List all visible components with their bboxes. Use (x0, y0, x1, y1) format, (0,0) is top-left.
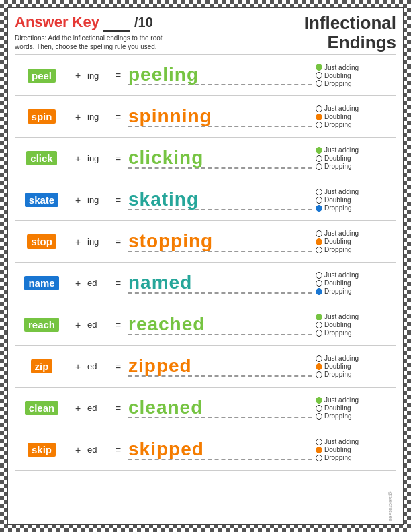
option-item-just_adding: Just adding (316, 230, 396, 237)
option-item-dropping: Dropping (316, 371, 396, 378)
answer-word: skipped (128, 440, 312, 460)
radio-circle (316, 397, 322, 404)
options-cell: Just addingDoublingDropping (316, 271, 396, 295)
table-row: spin+ing=spinningJust addingDoublingDrop… (15, 96, 396, 138)
suffix-cell: ed (87, 445, 111, 455)
radio-circle (316, 405, 322, 412)
equals-symbol: = (111, 70, 126, 81)
root-word-cell: zip (15, 359, 68, 373)
option-label: Doubling (324, 363, 351, 370)
radio-circle (316, 64, 322, 71)
option-label: Dropping (324, 454, 352, 461)
option-label: Just adding (324, 230, 359, 237)
option-item-dropping: Dropping (316, 454, 396, 461)
answer-cell: peeling (126, 65, 316, 85)
answer-cell: spinning (126, 107, 316, 127)
radio-circle (316, 322, 322, 328)
answer-word: clicking (128, 148, 312, 169)
header-right: Inflectional Endings (304, 13, 396, 52)
root-word-cell: reach (15, 318, 68, 332)
root-word-badge: skip (28, 443, 56, 457)
answer-word: skating (128, 190, 312, 210)
option-label: Dropping (324, 80, 352, 87)
table-row: click+ing=clickingJust addingDoublingDro… (15, 138, 396, 179)
header: Answer Key /10 Directions: Add the infle… (15, 13, 396, 52)
option-label: Dropping (324, 412, 352, 420)
radio-circle (316, 363, 322, 370)
option-label: Doubling (324, 446, 351, 453)
radio-circle (316, 189, 322, 195)
answer-word: stopping (128, 232, 312, 252)
answer-cell: named (126, 273, 316, 294)
plus-symbol: + (68, 278, 87, 289)
answer-cell: clicking (126, 148, 316, 169)
option-label: Doubling (324, 238, 351, 245)
root-word-badge: peel (28, 69, 56, 83)
root-word-badge: spin (28, 109, 56, 124)
suffix-cell: ing (87, 112, 111, 122)
suffix-cell: ing (87, 71, 111, 81)
answer-word: zipped (128, 357, 312, 377)
table-row: zip+ed=zippedJust addingDoublingDropping (15, 346, 396, 388)
options-cell: Just addingDoublingDropping (316, 64, 396, 87)
root-word-cell: name (15, 276, 68, 290)
radio-circle (316, 455, 322, 461)
suffix-cell: ing (87, 153, 111, 163)
options-cell: Just addingDoublingDropping (316, 396, 396, 420)
answer-cell: reached (126, 315, 316, 335)
option-item-doubling: Doubling (316, 279, 396, 287)
radio-circle (316, 272, 322, 279)
option-item-dropping: Dropping (316, 121, 396, 128)
table-row: skate+ing=skatingJust addingDoublingDrop… (15, 179, 396, 221)
plus-symbol: + (68, 361, 87, 372)
plus-symbol: + (68, 70, 87, 81)
option-item-doubling: Doubling (316, 446, 396, 453)
suffix-cell: ed (87, 278, 111, 288)
radio-circle (316, 114, 322, 120)
root-word-cell: skate (15, 193, 68, 207)
option-label: Doubling (324, 72, 351, 79)
radio-circle (316, 147, 322, 154)
watermark: @SecretBee (387, 491, 394, 521)
options-cell: Just addingDoublingDropping (316, 146, 396, 170)
options-cell: Just addingDoublingDropping (316, 105, 396, 128)
root-word-cell: skip (15, 443, 68, 457)
option-item-just_adding: Just adding (316, 146, 396, 154)
radio-circle (316, 413, 322, 420)
equals-symbol: = (111, 112, 126, 122)
option-item-doubling: Doubling (316, 196, 396, 204)
option-item-dropping: Dropping (316, 412, 396, 420)
suffix-cell: ing (87, 236, 111, 247)
inflectional-title: Inflectional Endings (304, 13, 396, 52)
option-label: Dropping (324, 204, 352, 212)
answer-cell: skipped (126, 440, 316, 460)
root-word-badge: click (26, 151, 56, 165)
option-item-just_adding: Just adding (316, 271, 396, 279)
option-item-doubling: Doubling (316, 363, 396, 370)
option-item-doubling: Doubling (316, 72, 396, 79)
option-item-doubling: Doubling (316, 404, 396, 412)
plus-symbol: + (68, 112, 87, 122)
answer-word: reached (128, 315, 312, 335)
option-label: Doubling (324, 404, 351, 412)
radio-circle (316, 314, 322, 320)
root-word-cell: click (15, 151, 68, 165)
option-label: Dropping (324, 371, 352, 378)
page-wrapper: Answer Key /10 Directions: Add the infle… (0, 0, 411, 532)
radio-circle (316, 230, 322, 237)
radio-circle (316, 105, 322, 112)
option-label: Just adding (324, 396, 359, 404)
radio-circle (316, 238, 322, 245)
option-item-dropping: Dropping (316, 80, 396, 87)
option-label: Doubling (324, 154, 351, 162)
radio-circle (316, 247, 322, 253)
option-label: Just adding (324, 271, 359, 279)
table-row: peel+ing=peelingJust addingDoublingDropp… (15, 54, 396, 96)
root-word-cell: clean (15, 401, 68, 415)
answer-cell: zipped (126, 357, 316, 377)
root-word-badge: zip (31, 359, 53, 373)
radio-circle (316, 163, 322, 170)
option-item-doubling: Doubling (316, 238, 396, 245)
option-label: Dropping (324, 246, 352, 253)
options-cell: Just addingDoublingDropping (316, 188, 396, 212)
